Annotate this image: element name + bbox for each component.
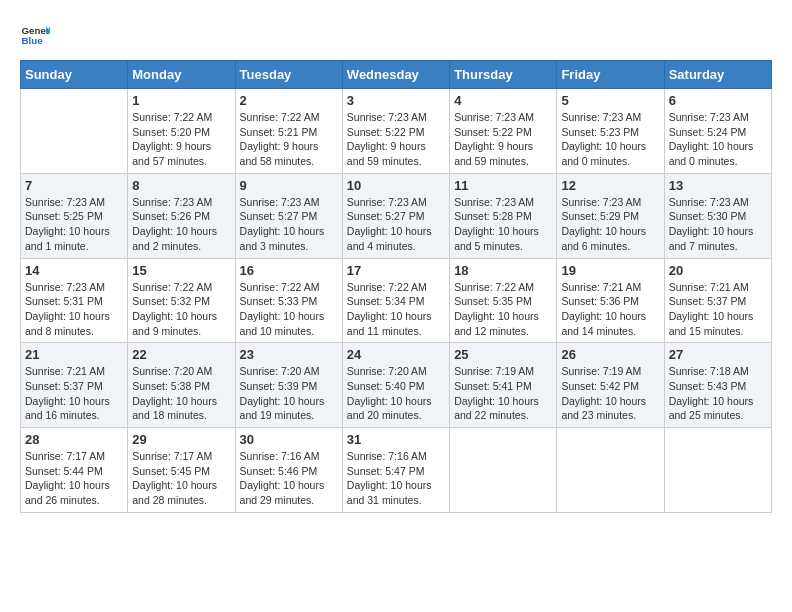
calendar-cell: 17Sunrise: 7:22 AMSunset: 5:34 PMDayligh… — [342, 258, 449, 343]
svg-text:General: General — [22, 25, 51, 36]
day-number: 7 — [25, 178, 123, 193]
calendar-cell: 30Sunrise: 7:16 AMSunset: 5:46 PMDayligh… — [235, 428, 342, 513]
day-number: 13 — [669, 178, 767, 193]
calendar: SundayMondayTuesdayWednesdayThursdayFrid… — [20, 60, 772, 513]
calendar-cell: 15Sunrise: 7:22 AMSunset: 5:32 PMDayligh… — [128, 258, 235, 343]
calendar-cell: 19Sunrise: 7:21 AMSunset: 5:36 PMDayligh… — [557, 258, 664, 343]
day-number: 28 — [25, 432, 123, 447]
calendar-cell: 11Sunrise: 7:23 AMSunset: 5:28 PMDayligh… — [450, 173, 557, 258]
day-number: 21 — [25, 347, 123, 362]
header-tuesday: Tuesday — [235, 61, 342, 89]
day-number: 31 — [347, 432, 445, 447]
logo: General Blue — [20, 20, 54, 50]
day-number: 2 — [240, 93, 338, 108]
day-info: Sunrise: 7:23 AMSunset: 5:28 PMDaylight:… — [454, 195, 552, 254]
day-number: 16 — [240, 263, 338, 278]
calendar-cell: 7Sunrise: 7:23 AMSunset: 5:25 PMDaylight… — [21, 173, 128, 258]
day-number: 3 — [347, 93, 445, 108]
day-number: 19 — [561, 263, 659, 278]
day-number: 15 — [132, 263, 230, 278]
day-number: 30 — [240, 432, 338, 447]
calendar-cell: 14Sunrise: 7:23 AMSunset: 5:31 PMDayligh… — [21, 258, 128, 343]
calendar-cell: 26Sunrise: 7:19 AMSunset: 5:42 PMDayligh… — [557, 343, 664, 428]
calendar-cell: 18Sunrise: 7:22 AMSunset: 5:35 PMDayligh… — [450, 258, 557, 343]
day-number: 9 — [240, 178, 338, 193]
day-number: 14 — [25, 263, 123, 278]
day-info: Sunrise: 7:23 AMSunset: 5:22 PMDaylight:… — [347, 110, 445, 169]
day-info: Sunrise: 7:23 AMSunset: 5:25 PMDaylight:… — [25, 195, 123, 254]
day-number: 25 — [454, 347, 552, 362]
calendar-cell: 27Sunrise: 7:18 AMSunset: 5:43 PMDayligh… — [664, 343, 771, 428]
calendar-header: SundayMondayTuesdayWednesdayThursdayFrid… — [21, 61, 772, 89]
header: General Blue — [20, 20, 772, 50]
day-info: Sunrise: 7:21 AMSunset: 5:36 PMDaylight:… — [561, 280, 659, 339]
day-info: Sunrise: 7:22 AMSunset: 5:35 PMDaylight:… — [454, 280, 552, 339]
day-info: Sunrise: 7:21 AMSunset: 5:37 PMDaylight:… — [25, 364, 123, 423]
day-info: Sunrise: 7:19 AMSunset: 5:42 PMDaylight:… — [561, 364, 659, 423]
day-info: Sunrise: 7:23 AMSunset: 5:23 PMDaylight:… — [561, 110, 659, 169]
day-number: 5 — [561, 93, 659, 108]
day-number: 23 — [240, 347, 338, 362]
day-info: Sunrise: 7:16 AMSunset: 5:47 PMDaylight:… — [347, 449, 445, 508]
header-monday: Monday — [128, 61, 235, 89]
calendar-cell: 31Sunrise: 7:16 AMSunset: 5:47 PMDayligh… — [342, 428, 449, 513]
day-info: Sunrise: 7:20 AMSunset: 5:39 PMDaylight:… — [240, 364, 338, 423]
calendar-cell: 1Sunrise: 7:22 AMSunset: 5:20 PMDaylight… — [128, 89, 235, 174]
day-number: 24 — [347, 347, 445, 362]
calendar-cell — [557, 428, 664, 513]
day-number: 12 — [561, 178, 659, 193]
calendar-cell: 25Sunrise: 7:19 AMSunset: 5:41 PMDayligh… — [450, 343, 557, 428]
calendar-cell: 10Sunrise: 7:23 AMSunset: 5:27 PMDayligh… — [342, 173, 449, 258]
day-info: Sunrise: 7:23 AMSunset: 5:24 PMDaylight:… — [669, 110, 767, 169]
calendar-cell: 3Sunrise: 7:23 AMSunset: 5:22 PMDaylight… — [342, 89, 449, 174]
calendar-cell — [450, 428, 557, 513]
calendar-cell: 5Sunrise: 7:23 AMSunset: 5:23 PMDaylight… — [557, 89, 664, 174]
header-thursday: Thursday — [450, 61, 557, 89]
calendar-cell: 8Sunrise: 7:23 AMSunset: 5:26 PMDaylight… — [128, 173, 235, 258]
day-number: 8 — [132, 178, 230, 193]
calendar-cell: 28Sunrise: 7:17 AMSunset: 5:44 PMDayligh… — [21, 428, 128, 513]
day-number: 26 — [561, 347, 659, 362]
day-number: 20 — [669, 263, 767, 278]
day-number: 6 — [669, 93, 767, 108]
calendar-cell: 23Sunrise: 7:20 AMSunset: 5:39 PMDayligh… — [235, 343, 342, 428]
day-info: Sunrise: 7:20 AMSunset: 5:38 PMDaylight:… — [132, 364, 230, 423]
day-info: Sunrise: 7:23 AMSunset: 5:26 PMDaylight:… — [132, 195, 230, 254]
calendar-cell: 16Sunrise: 7:22 AMSunset: 5:33 PMDayligh… — [235, 258, 342, 343]
day-info: Sunrise: 7:17 AMSunset: 5:45 PMDaylight:… — [132, 449, 230, 508]
calendar-cell: 24Sunrise: 7:20 AMSunset: 5:40 PMDayligh… — [342, 343, 449, 428]
calendar-cell: 21Sunrise: 7:21 AMSunset: 5:37 PMDayligh… — [21, 343, 128, 428]
day-info: Sunrise: 7:23 AMSunset: 5:30 PMDaylight:… — [669, 195, 767, 254]
day-info: Sunrise: 7:22 AMSunset: 5:32 PMDaylight:… — [132, 280, 230, 339]
calendar-cell: 13Sunrise: 7:23 AMSunset: 5:30 PMDayligh… — [664, 173, 771, 258]
day-info: Sunrise: 7:23 AMSunset: 5:27 PMDaylight:… — [240, 195, 338, 254]
calendar-cell: 6Sunrise: 7:23 AMSunset: 5:24 PMDaylight… — [664, 89, 771, 174]
day-info: Sunrise: 7:23 AMSunset: 5:22 PMDaylight:… — [454, 110, 552, 169]
calendar-body: 1Sunrise: 7:22 AMSunset: 5:20 PMDaylight… — [21, 89, 772, 513]
calendar-cell: 22Sunrise: 7:20 AMSunset: 5:38 PMDayligh… — [128, 343, 235, 428]
day-number: 4 — [454, 93, 552, 108]
day-info: Sunrise: 7:18 AMSunset: 5:43 PMDaylight:… — [669, 364, 767, 423]
day-number: 27 — [669, 347, 767, 362]
day-number: 17 — [347, 263, 445, 278]
day-info: Sunrise: 7:22 AMSunset: 5:33 PMDaylight:… — [240, 280, 338, 339]
header-wednesday: Wednesday — [342, 61, 449, 89]
day-info: Sunrise: 7:22 AMSunset: 5:21 PMDaylight:… — [240, 110, 338, 169]
day-info: Sunrise: 7:22 AMSunset: 5:34 PMDaylight:… — [347, 280, 445, 339]
day-number: 1 — [132, 93, 230, 108]
svg-text:Blue: Blue — [22, 35, 44, 46]
calendar-cell — [21, 89, 128, 174]
calendar-cell: 12Sunrise: 7:23 AMSunset: 5:29 PMDayligh… — [557, 173, 664, 258]
day-info: Sunrise: 7:19 AMSunset: 5:41 PMDaylight:… — [454, 364, 552, 423]
day-number: 10 — [347, 178, 445, 193]
header-saturday: Saturday — [664, 61, 771, 89]
day-number: 29 — [132, 432, 230, 447]
day-number: 11 — [454, 178, 552, 193]
day-info: Sunrise: 7:23 AMSunset: 5:31 PMDaylight:… — [25, 280, 123, 339]
calendar-cell: 2Sunrise: 7:22 AMSunset: 5:21 PMDaylight… — [235, 89, 342, 174]
day-info: Sunrise: 7:17 AMSunset: 5:44 PMDaylight:… — [25, 449, 123, 508]
logo-icon: General Blue — [20, 20, 50, 50]
calendar-cell: 20Sunrise: 7:21 AMSunset: 5:37 PMDayligh… — [664, 258, 771, 343]
day-info: Sunrise: 7:22 AMSunset: 5:20 PMDaylight:… — [132, 110, 230, 169]
day-info: Sunrise: 7:16 AMSunset: 5:46 PMDaylight:… — [240, 449, 338, 508]
